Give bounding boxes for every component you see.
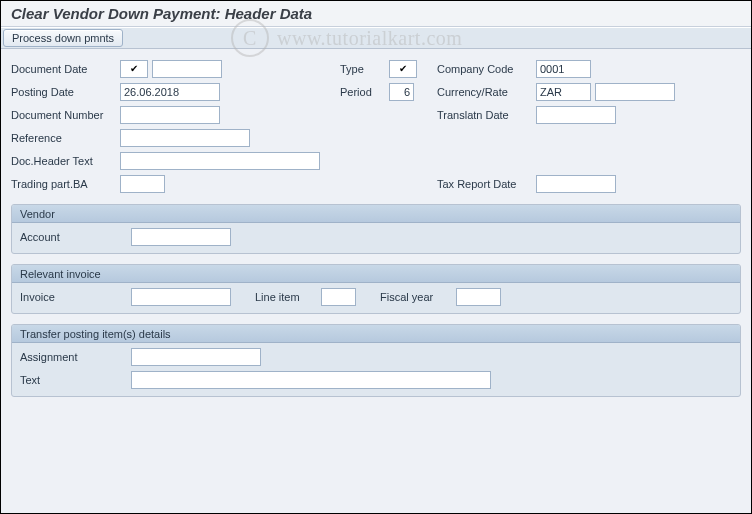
trading-part-ba-input[interactable]	[120, 175, 165, 193]
document-date-label: Document Date	[11, 63, 116, 75]
document-number-input[interactable]	[120, 106, 220, 124]
relevant-invoice-group-title: Relevant invoice	[12, 265, 740, 283]
app-window: Clear Vendor Down Payment: Header Data P…	[0, 0, 752, 514]
translatn-date-input[interactable]	[536, 106, 616, 124]
type-label: Type	[340, 63, 385, 75]
currency-rate-label: Currency/Rate	[437, 86, 532, 98]
invoice-label: Invoice	[20, 291, 125, 303]
transfer-posting-group: Transfer posting item(s) details Assignm…	[11, 324, 741, 397]
company-code-input[interactable]	[536, 60, 591, 78]
doc-header-text-label: Doc.Header Text	[11, 155, 116, 167]
vendor-group: Vendor Account	[11, 204, 741, 254]
translatn-date-label: Translatn Date	[437, 109, 532, 121]
trading-part-ba-label: Trading part.BA	[11, 178, 116, 190]
period-label: Period	[340, 86, 385, 98]
relevant-invoice-group: Relevant invoice Invoice Line item Fisca…	[11, 264, 741, 314]
line-item-input[interactable]	[321, 288, 356, 306]
document-number-label: Document Number	[11, 109, 116, 121]
reference-input[interactable]	[120, 129, 250, 147]
page-title: Clear Vendor Down Payment: Header Data	[1, 1, 751, 27]
text-label: Text	[20, 374, 125, 386]
transfer-posting-group-title: Transfer posting item(s) details	[12, 325, 740, 343]
text-input[interactable]	[131, 371, 491, 389]
toolbar: Process down pmnts	[1, 27, 751, 49]
document-date-input[interactable]	[152, 60, 222, 78]
assignment-label: Assignment	[20, 351, 125, 363]
header-fields: Document Date Posting Date Document Numb…	[11, 59, 741, 194]
posting-date-input[interactable]	[120, 83, 220, 101]
process-down-payments-button[interactable]: Process down pmnts	[3, 29, 123, 47]
tax-report-date-input[interactable]	[536, 175, 616, 193]
assignment-input[interactable]	[131, 348, 261, 366]
company-code-label: Company Code	[437, 63, 532, 75]
account-input[interactable]	[131, 228, 231, 246]
currency-input[interactable]	[536, 83, 591, 101]
posting-date-label: Posting Date	[11, 86, 116, 98]
doc-header-text-input[interactable]	[120, 152, 320, 170]
reference-label: Reference	[11, 132, 116, 144]
tax-report-date-label: Tax Report Date	[437, 178, 532, 190]
type-check[interactable]	[389, 60, 417, 78]
vendor-group-title: Vendor	[12, 205, 740, 223]
fiscal-year-input[interactable]	[456, 288, 501, 306]
invoice-input[interactable]	[131, 288, 231, 306]
rate-input[interactable]	[595, 83, 675, 101]
account-label: Account	[20, 231, 125, 243]
period-input[interactable]	[389, 83, 414, 101]
line-item-label: Line item	[255, 291, 315, 303]
document-date-check[interactable]	[120, 60, 148, 78]
fiscal-year-label: Fiscal year	[380, 291, 450, 303]
